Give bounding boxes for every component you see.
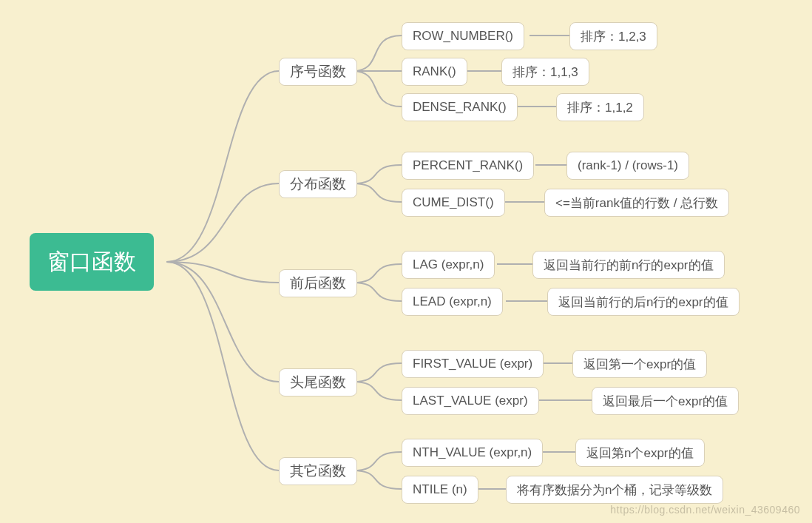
function-node: DENSE_RANK() <box>402 93 518 121</box>
function-label: FIRST_VALUE (expr) <box>413 357 532 371</box>
function-label: LAG (expr,n) <box>413 257 484 272</box>
root-label: 窗口函数 <box>47 247 136 277</box>
description-label: 排序：1,1,3 <box>512 64 578 81</box>
description-node: 返回第一个expr的值 <box>572 350 707 378</box>
description-label: 返回当前行的前n行的expr的值 <box>544 257 714 274</box>
category-node: 序号函数 <box>279 58 357 86</box>
function-label: NTH_VALUE (expr,n) <box>413 445 532 460</box>
function-node: ROW_NUMBER() <box>402 22 524 50</box>
function-node: RANK() <box>402 58 467 86</box>
description-label: 排序：1,2,3 <box>581 28 646 45</box>
description-node: 返回当前行的前n行的expr的值 <box>532 251 725 279</box>
description-label: 返回最后一个expr的值 <box>603 393 728 410</box>
category-label: 序号函数 <box>290 62 346 81</box>
description-node: (rank-1) / (rows-1) <box>566 152 689 180</box>
category-node: 其它函数 <box>279 457 357 485</box>
category-label: 其它函数 <box>290 462 346 481</box>
description-node: 排序：1,2,3 <box>569 22 657 50</box>
function-label: CUME_DIST() <box>413 195 494 210</box>
function-node: PERCENT_RANK() <box>402 152 534 180</box>
function-node: CUME_DIST() <box>402 189 505 217</box>
description-node: 返回当前行的后n行的expr的值 <box>547 288 740 316</box>
description-node: 返回第n个expr的值 <box>575 439 705 467</box>
description-node: <=当前rank值的行数 / 总行数 <box>544 189 729 217</box>
category-node: 前后函数 <box>279 269 357 297</box>
description-label: 返回第一个expr的值 <box>583 356 696 373</box>
function-node: LAST_VALUE (expr) <box>402 387 539 415</box>
description-label: 返回第n个expr的值 <box>586 445 694 462</box>
category-label: 前后函数 <box>290 274 346 293</box>
watermark-text: https://blog.csdn.net/weixin_43609460 <box>610 504 800 516</box>
function-node: NTH_VALUE (expr,n) <box>402 439 543 467</box>
description-label: (rank-1) / (rows-1) <box>578 158 678 173</box>
description-label: 排序：1,1,2 <box>567 99 633 116</box>
description-node: 将有序数据分为n个桶，记录等级数 <box>506 476 723 504</box>
description-label: <=当前rank值的行数 / 总行数 <box>555 195 718 212</box>
description-node: 排序：1,1,3 <box>501 58 589 86</box>
category-label: 分布函数 <box>290 175 346 194</box>
function-node: FIRST_VALUE (expr) <box>402 350 544 378</box>
category-label: 头尾函数 <box>290 373 346 392</box>
function-label: ROW_NUMBER() <box>413 29 513 44</box>
function-node: LEAD (expr,n) <box>402 288 503 316</box>
watermark-label: https://blog.csdn.net/weixin_43609460 <box>610 504 800 516</box>
description-node: 排序：1,1,2 <box>556 93 644 121</box>
function-label: DENSE_RANK() <box>413 100 507 115</box>
mindmap-canvas: 窗口函数 序号函数 分布函数 前后函数 头尾函数 其它函数 ROW_NUMBER… <box>0 0 812 523</box>
function-label: PERCENT_RANK() <box>413 158 523 173</box>
function-label: RANK() <box>413 64 456 79</box>
function-node: LAG (expr,n) <box>402 251 495 279</box>
category-node: 头尾函数 <box>279 368 357 397</box>
description-node: 返回最后一个expr的值 <box>592 387 739 415</box>
description-label: 将有序数据分为n个桶，记录等级数 <box>517 482 712 499</box>
description-label: 返回当前行的后n行的expr的值 <box>558 294 728 311</box>
function-label: NTILE (n) <box>413 482 467 497</box>
category-node: 分布函数 <box>279 170 357 198</box>
function-label: LEAD (expr,n) <box>413 294 492 309</box>
function-label: LAST_VALUE (expr) <box>413 394 528 408</box>
function-node: NTILE (n) <box>402 476 478 504</box>
root-node: 窗口函数 <box>30 233 154 291</box>
